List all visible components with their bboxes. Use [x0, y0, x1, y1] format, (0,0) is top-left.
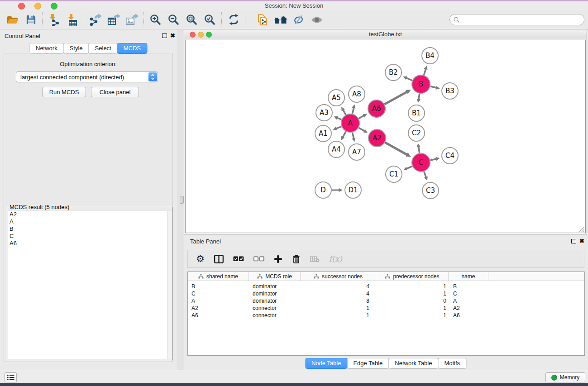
tab-node-table[interactable]: Node Table: [305, 358, 348, 369]
search-field[interactable]: [449, 14, 584, 25]
column-header-name[interactable]: name: [449, 272, 488, 281]
graph-edge-A-A3[interactable]: [337, 118, 341, 119]
graph-node-label: C3: [426, 186, 435, 195]
graph-edge-B-B4[interactable]: [424, 69, 425, 75]
refresh-view-button[interactable]: [225, 12, 243, 28]
column-header-predecessor-nodes[interactable]: predecessor nodes: [376, 272, 449, 281]
add-column-icon[interactable]: [274, 255, 282, 263]
delete-column-icon[interactable]: [292, 254, 301, 264]
table-cell: dominator: [249, 291, 301, 297]
zoom-fit-button[interactable]: [183, 12, 201, 28]
clone-network-button[interactable]: [253, 12, 272, 28]
float-table-panel-icon[interactable]: [571, 239, 576, 243]
attribute-settings-gear-icon[interactable]: ⚙: [196, 254, 205, 263]
zoom-window-light[interactable]: [51, 3, 57, 10]
import-network-button[interactable]: [45, 12, 63, 28]
split-view-icon[interactable]: [214, 255, 224, 263]
network-window-titlebar[interactable]: testGlobe.txt: [184, 29, 587, 39]
graph-edge-arrowhead: [417, 99, 421, 103]
graph-edge-A6-B[interactable]: [385, 92, 407, 104]
table-cell: B: [188, 283, 249, 290]
graph-edge-B-B3[interactable]: [430, 86, 436, 88]
table-cell: A: [449, 298, 488, 304]
graph-edge-A-A2[interactable]: [359, 128, 364, 131]
graph-edge-C-C4[interactable]: [430, 159, 436, 160]
mcds-result-item[interactable]: A2: [8, 211, 172, 218]
column-type-icon: [385, 274, 390, 279]
home-view-button[interactable]: [272, 12, 290, 28]
graph-node-label: D1: [348, 186, 358, 194]
zoom-selected-button[interactable]: [201, 12, 219, 28]
tab-style[interactable]: Style: [63, 43, 89, 54]
mcds-result-item[interactable]: C: [8, 233, 172, 240]
export-image-button[interactable]: [123, 12, 141, 28]
minimize-window-light[interactable]: [34, 3, 41, 10]
table-row[interactable]: A6connector11A6: [188, 312, 584, 319]
show-eye-button[interactable]: [308, 12, 326, 28]
select-all-icon[interactable]: [233, 256, 244, 262]
graph-edge-C-C2[interactable]: [419, 147, 420, 153]
deselect-all-icon[interactable]: [253, 256, 264, 262]
mcds-result-item[interactable]: B: [8, 225, 172, 233]
graph-edge-A2-C[interactable]: [385, 143, 407, 155]
table-row[interactable]: Bdominator41B: [188, 283, 584, 290]
net-zoom-light[interactable]: [206, 32, 212, 38]
net-close-light[interactable]: [190, 32, 196, 38]
graph-edge-A-A1[interactable]: [336, 127, 341, 129]
table-cell: 1: [376, 312, 449, 319]
mcds-result-item[interactable]: A6: [8, 240, 172, 247]
window-resize-grip-icon[interactable]: [578, 226, 585, 232]
node-table[interactable]: shared nameMCDS rolesuccessor nodesprede…: [187, 272, 585, 356]
graph-edge-C-C3[interactable]: [424, 172, 426, 177]
tab-select[interactable]: Select: [89, 43, 118, 54]
vertical-split-handle[interactable]: [180, 196, 184, 204]
export-network-button[interactable]: [87, 12, 105, 28]
table-row[interactable]: A2connector11A2: [188, 305, 584, 312]
close-window-light[interactable]: [18, 3, 25, 10]
search-input[interactable]: [462, 16, 580, 24]
toolbar-separator: [221, 12, 222, 28]
column-header-successor-nodes[interactable]: successor nodes: [301, 272, 376, 281]
tab-mcds[interactable]: MCDS: [117, 43, 147, 54]
mcds-result-list[interactable]: A2ABCA6: [8, 211, 172, 359]
network-canvas[interactable]: A5A8A3A1A4A7AA6A2BB2B4B3B1C2CC4C1C3DD1: [185, 40, 586, 233]
column-header-MCDS-role[interactable]: MCDS role: [249, 272, 301, 281]
export-table-button[interactable]: [105, 12, 123, 28]
tab-motifs[interactable]: Motifs: [438, 358, 466, 369]
save-session-button[interactable]: [22, 12, 40, 28]
task-history-button[interactable]: [5, 372, 17, 382]
tab-network[interactable]: Network: [29, 43, 64, 54]
memory-button[interactable]: Memory: [545, 372, 585, 382]
mcds-result-item[interactable]: A: [8, 218, 172, 225]
graph-edge-arrowhead: [435, 157, 440, 161]
open-file-button[interactable]: [4, 12, 22, 28]
import-table-button[interactable]: [63, 12, 81, 28]
graph-edge-A-A8[interactable]: [352, 108, 354, 114]
save-floppy-icon: [26, 14, 36, 25]
optimization-criterion-select[interactable]: largest connected component (directed): [16, 71, 158, 82]
table-row[interactable]: Adominator80A: [188, 297, 584, 305]
float-panel-icon[interactable]: [162, 33, 167, 38]
hide-graphics-details-button[interactable]: [290, 12, 308, 28]
tab-network-table[interactable]: Network Table: [388, 358, 438, 369]
graph-edge-B-B2[interactable]: [406, 78, 412, 81]
zoom-out-button[interactable]: [165, 12, 183, 28]
graph-edge-A-A4[interactable]: [343, 132, 346, 138]
tab-edge-table[interactable]: Edge Table: [347, 358, 389, 369]
graph-edge-A-A5[interactable]: [343, 110, 346, 115]
table-panel: Table Panel ✖ ⚙: [184, 235, 588, 370]
graph-edge-C-C1[interactable]: [406, 166, 412, 169]
column-header-shared-name[interactable]: shared name: [188, 272, 249, 281]
graph-edge-B-B1[interactable]: [419, 94, 420, 100]
close-panel-button[interactable]: Close panel: [91, 87, 139, 97]
close-table-panel-icon[interactable]: ✖: [579, 239, 584, 243]
graph-edge-A-A7[interactable]: [352, 133, 354, 139]
graph-edge-A-A6[interactable]: [359, 115, 364, 119]
zoom-in-button[interactable]: [147, 12, 165, 28]
close-panel-icon[interactable]: ✖: [170, 33, 175, 38]
net-minimize-light[interactable]: [198, 32, 204, 38]
table-row[interactable]: Cdominator41C: [188, 290, 584, 297]
run-mcds-button[interactable]: Run MCDS: [42, 87, 86, 97]
result-scrollbar[interactable]: [167, 211, 172, 359]
graph-node-label: A: [348, 119, 353, 127]
